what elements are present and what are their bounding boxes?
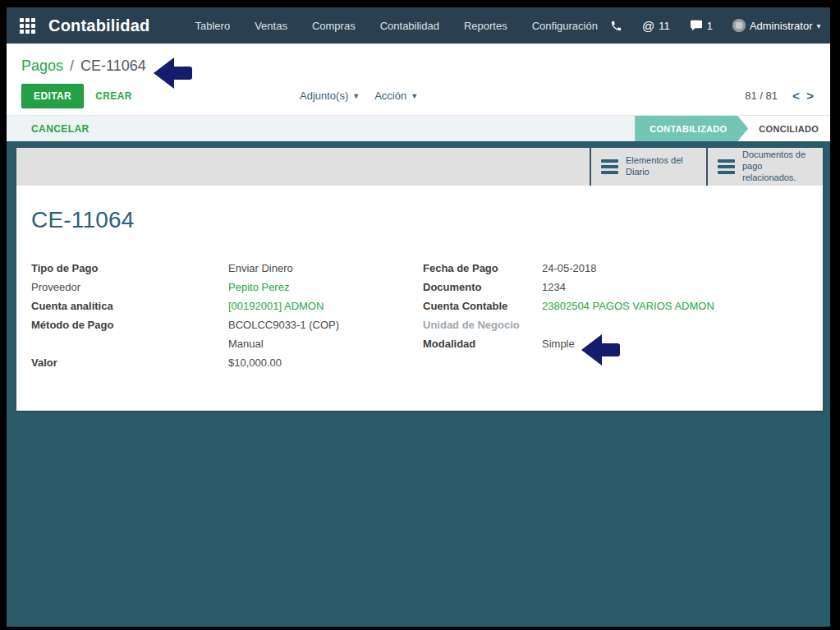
breadcrumb-current: CE-11064 bbox=[80, 57, 146, 75]
chevron-down-icon: ▼ bbox=[411, 92, 418, 100]
pager: 81 / 81 < > bbox=[745, 89, 815, 103]
user-menu[interactable]: Administrator ▾ bbox=[732, 19, 821, 32]
app-title[interactable]: Contabilidad bbox=[48, 16, 150, 35]
field-modalidad: Modalidad Simple bbox=[423, 334, 806, 353]
field-unidad-de-negocio: Unidad de Negocio bbox=[423, 315, 806, 334]
record-title: CE-11064 bbox=[31, 207, 806, 233]
bars-icon bbox=[601, 159, 618, 174]
pager-value: 81 / 81 bbox=[745, 90, 778, 102]
status-contabilizado[interactable]: CONTABILIZADO bbox=[635, 116, 748, 141]
form-view-background: Elementos del Diario Documentos de pago … bbox=[7, 141, 830, 627]
chat-bubble-icon bbox=[690, 20, 703, 31]
field-groups: Tipo de Pago Enviar Dinero Proveedor Pep… bbox=[31, 259, 806, 372]
chevron-down-icon: ▼ bbox=[352, 92, 360, 100]
chat-counter[interactable]: 1 bbox=[690, 20, 713, 32]
breadcrumb-separator: / bbox=[70, 57, 74, 75]
action-dropdown[interactable]: Acción ▼ bbox=[374, 90, 418, 102]
create-button[interactable]: CREAR bbox=[95, 90, 132, 102]
phone-icon[interactable] bbox=[610, 20, 622, 32]
field-metodo-de-pago: Método de Pago BCOLCC9033-1 (COP) bbox=[31, 315, 423, 334]
field-tipo-de-pago: Tipo de Pago Enviar Dinero bbox=[31, 259, 423, 278]
breadcrumb-parent-link[interactable]: Pagos bbox=[21, 57, 63, 75]
related-payment-documents-button[interactable]: Documentos de pago relacionados. bbox=[706, 148, 823, 186]
field-documento: Documento 1234 bbox=[423, 278, 806, 297]
nav-item-reportes[interactable]: Reportes bbox=[452, 7, 520, 44]
attachments-dropdown[interactable]: Adjunto(s) ▼ bbox=[300, 90, 360, 102]
form-statusbar: CANCELAR CONTABILIZADO CONCILIADO bbox=[7, 116, 830, 141]
chat-count: 1 bbox=[707, 20, 713, 32]
control-panel-dropdowns: Adjunto(s) ▼ Acción ▼ bbox=[300, 76, 418, 115]
sheet-header-strip: Elementos del Diario Documentos de pago … bbox=[16, 148, 823, 186]
main-menu: Tablero Ventas Compras Contabilidad Repo… bbox=[183, 7, 610, 44]
field-valor: Valor $10,000.00 bbox=[31, 353, 423, 372]
nav-item-tablero[interactable]: Tablero bbox=[183, 7, 243, 44]
breadcrumb: Pagos / CE-11064 bbox=[7, 44, 830, 76]
statusbar-states: CONTABILIZADO CONCILIADO bbox=[635, 116, 830, 141]
field-column-left: Tipo de Pago Enviar Dinero Proveedor Pep… bbox=[31, 259, 423, 372]
mentions-counter[interactable]: @ 11 bbox=[642, 19, 670, 33]
journal-items-button[interactable]: Elementos del Diario bbox=[590, 148, 706, 186]
nav-item-compras[interactable]: Compras bbox=[300, 7, 368, 44]
field-metodo-manual: Manual bbox=[31, 334, 423, 353]
form-sheet: Elementos del Diario Documentos de pago … bbox=[16, 148, 823, 411]
nav-item-ventas[interactable]: Ventas bbox=[242, 7, 300, 44]
field-cuenta-contable: Cuenta Contable 23802504 PAGOS VARIOS AD… bbox=[423, 297, 806, 315]
control-panel: EDITAR CREAR Adjunto(s) ▼ Acción ▼ 81 / … bbox=[7, 76, 830, 116]
user-name: Administrator bbox=[750, 20, 813, 32]
field-proveedor: Proveedor Pepito Perez bbox=[31, 278, 423, 297]
chevron-down-icon: ▾ bbox=[816, 21, 820, 30]
bars-icon bbox=[718, 159, 735, 174]
mentions-count: 11 bbox=[659, 20, 670, 32]
edit-button[interactable]: EDITAR bbox=[21, 84, 84, 108]
app-window: Contabilidad Tablero Ventas Compras Cont… bbox=[7, 7, 830, 627]
apps-grid-icon[interactable] bbox=[20, 18, 35, 34]
top-navbar: Contabilidad Tablero Ventas Compras Cont… bbox=[7, 7, 830, 44]
nav-item-contabilidad[interactable]: Contabilidad bbox=[368, 7, 452, 44]
form-body: CE-11064 Tipo de Pago Enviar Dinero Prov… bbox=[16, 186, 823, 372]
pager-next-button[interactable]: > bbox=[805, 89, 815, 103]
field-cuenta-analitica: Cuenta analítica [00192001] ADMON bbox=[31, 297, 423, 315]
pager-previous-button[interactable]: < bbox=[791, 89, 801, 103]
status-conciliado[interactable]: CONCILIADO bbox=[737, 116, 830, 141]
avatar bbox=[732, 19, 746, 32]
field-column-right: Fecha de Pago 24-05-2018 Documento 1234 … bbox=[423, 259, 806, 372]
cancel-button[interactable]: CANCELAR bbox=[31, 116, 90, 141]
nav-item-configuracion[interactable]: Configuración bbox=[520, 7, 610, 44]
at-icon: @ bbox=[642, 19, 654, 33]
field-fecha-de-pago: Fecha de Pago 24-05-2018 bbox=[423, 259, 806, 278]
navbar-systray: @ 11 1 Administrator ▾ bbox=[610, 19, 821, 33]
